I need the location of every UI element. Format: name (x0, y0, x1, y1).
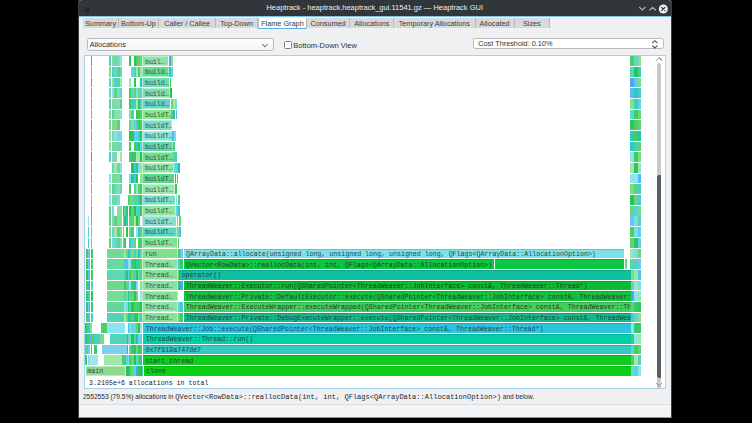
svg-text:0x7f819a747de7: 0x7f819a747de7 (145, 346, 201, 354)
svg-text:3.2105e+6 allocations in total: 3.2105e+6 allocations in total (89, 379, 208, 387)
svg-text:ThreadWeaver::Executor::run(QS: ThreadWeaver::Executor::run(QSharedPoint… (186, 282, 588, 290)
svg-text:QArrayData::allocate(unsigned: QArrayData::allocate(unsigned long, unsi… (186, 250, 596, 258)
svg-text:Thread…: Thread… (145, 293, 173, 301)
svg-text:buildT…: buildT… (145, 165, 173, 173)
svg-text:build…: build… (145, 79, 169, 87)
svg-text:clone: clone (146, 368, 166, 376)
svg-text:operator(): operator() (182, 272, 222, 280)
svg-text:buildT…: buildT… (145, 218, 173, 226)
svg-text:buildT…: buildT… (145, 207, 173, 215)
svg-text:start_thread: start_thread (145, 357, 193, 365)
svg-text:main: main (87, 368, 103, 376)
svg-text:run: run (145, 250, 157, 258)
svg-text:buildT…: buildT… (145, 186, 173, 194)
svg-text:Thread…: Thread… (145, 261, 173, 269)
svg-text:ThreadWeaver::Job::execute(QSh: ThreadWeaver::Job::execute(QSharedPointe… (146, 325, 544, 333)
svg-text:Thread…: Thread… (145, 282, 173, 290)
svg-text:buildT…: buildT… (145, 133, 173, 141)
svg-text:buildT…: buildT… (145, 143, 173, 151)
svg-text:ThreadWeaver::ExecuteWrapper::: ThreadWeaver::ExecuteWrapper::executeWra… (186, 304, 655, 312)
svg-text:ThreadWeaver::Private::Default: ThreadWeaver::Private::DefaultExecutor::… (186, 293, 666, 301)
svg-text:build…: build… (145, 68, 169, 76)
svg-text:Thread…: Thread… (145, 272, 173, 280)
svg-text:buildT…: buildT… (145, 229, 173, 237)
svg-text:buildT…: buildT… (145, 111, 173, 119)
svg-text:ThreadWeaver::Thread::run(): ThreadWeaver::Thread::run() (146, 336, 253, 344)
svg-text:build…: build… (145, 90, 169, 98)
svg-text:buildT…: buildT… (145, 122, 173, 130)
svg-text:buildT…: buildT… (145, 197, 173, 205)
svg-text:Thread…: Thread… (145, 304, 173, 312)
svg-text:buildT…: buildT… (145, 175, 173, 183)
svg-text:build…: build… (145, 101, 169, 109)
svg-text:Thread…: Thread… (145, 314, 173, 322)
svg-text:buildT…: buildT… (145, 239, 173, 247)
svg-text:QVector<RowData>::reallocData(: QVector<RowData>::reallocData(int, int, … (186, 261, 492, 269)
svg-text:ThreadWeaver::Private::DebugEx: ThreadWeaver::Private::DebugExecuteWrapp… (186, 314, 666, 322)
svg-text:buil…: buil… (145, 58, 165, 66)
svg-text:buildT…: buildT… (145, 154, 173, 162)
